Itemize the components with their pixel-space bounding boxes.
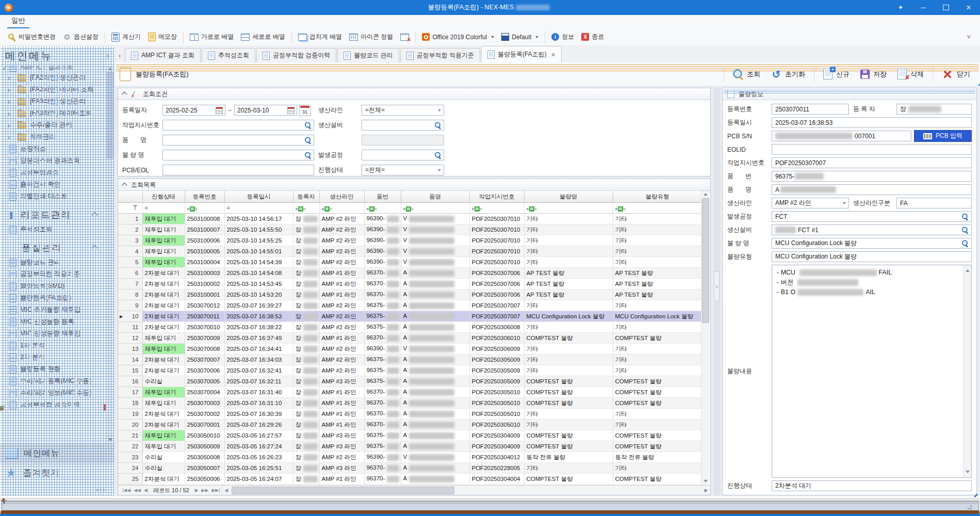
prod-line-select[interactable]: =전체= (362, 105, 444, 116)
grid-row[interactable]: 252차분석 대기25030500062025-03-05 16:24:07장A… (118, 474, 702, 485)
doc-tab[interactable]: 불량등록(FA조립)× (481, 46, 562, 62)
calendar-icon[interactable] (287, 107, 295, 114)
ribbon-arrv-button[interactable]: 세로로 배열 (237, 30, 288, 43)
grid-row[interactable]: 24수리실25030500072025-03-05 16:25:51장AMP #… (118, 463, 702, 474)
filter-cell[interactable]: aBc (524, 203, 613, 214)
filter-funnel-icon[interactable] (133, 205, 139, 211)
pcb-sn-input[interactable]: 007001 (772, 131, 911, 141)
column-header[interactable]: 등록자 (293, 191, 319, 203)
ribbon-gear-button[interactable]: 옵션설정 (59, 30, 102, 43)
grid-row[interactable]: 22재투입 대기25030500092025-03-05 16:27:24장AM… (118, 441, 702, 452)
column-header[interactable]: 진행상태 (142, 191, 185, 203)
grid-row[interactable]: 72차분석 대기25031000022025-03-10 14:53:45장AM… (118, 279, 702, 289)
defect-name-input[interactable]: MCU Configuration Lock 불량 (772, 238, 972, 249)
grid-row[interactable]: 18재투입 대기25030700032025-03-07 16:31:10장AM… (118, 398, 702, 409)
pin-icon[interactable]: ✦ (889, 0, 912, 15)
panel-splitter[interactable]: ‹ (714, 88, 720, 495)
ribbon-info-button[interactable]: 정보 (548, 30, 578, 43)
resize-grip[interactable] (966, 503, 972, 509)
ribbon-note-button[interactable]: 메모장 (144, 30, 181, 43)
filter-cell[interactable]: aBc (364, 203, 401, 214)
ribbon-closeall-button[interactable] (397, 31, 413, 43)
search-icon[interactable] (435, 122, 442, 128)
toolbar-overflow-button[interactable]: ˅ (961, 33, 976, 41)
ribbon-icons-button[interactable]: 아이콘 정렬 (346, 30, 397, 43)
ribbon-office-button[interactable]: Office 2019 Colorful (418, 31, 498, 43)
grid-row[interactable]: 4재투입 대기25031000052025-03-10 14:55:01장AMP… (118, 246, 702, 257)
textarea-scrollbar[interactable] (963, 265, 971, 477)
fast-prev-button[interactable]: ◀◀ (132, 488, 142, 493)
pcb-input-button[interactable]: PCB 입력 (914, 130, 972, 142)
grid-row[interactable]: 23수리실25030500082025-03-05 16:26:23장AMP #… (118, 452, 702, 463)
sidebar-main-menu-button[interactable]: 메인메뉴 (0, 444, 115, 463)
minimize-button[interactable]: ─ (912, 0, 935, 15)
doc-tab[interactable]: AMP ICT 결과 조회 (125, 48, 201, 62)
last-page-button[interactable]: ▶▶| (210, 488, 221, 493)
item-name-input[interactable] (162, 135, 314, 146)
column-header[interactable]: 생산라인 (319, 191, 364, 203)
grid-row[interactable]: 21재투입 대기25030500102025-03-05 16:27:57장AM… (118, 430, 702, 441)
column-header[interactable]: 불량유형 (613, 191, 702, 203)
work-order-input[interactable] (162, 120, 314, 131)
search-icon[interactable] (962, 240, 969, 247)
grid-row[interactable]: 112차분석 대기25030700102025-03-07 16:38:22장A… (118, 322, 702, 333)
grid-row[interactable]: 5재투입 대기25031000042025-03-10 14:54:39장AMP… (118, 257, 702, 268)
grid-row[interactable]: 13재투입 대기25030700082025-03-07 16:34:41장AM… (118, 344, 702, 354)
grid-row[interactable]: 10▶2차분석 대기25030700112025-03-07 16:38:53장… (118, 311, 702, 322)
grid-row[interactable]: 92차분석 대기25030700122025-03-07 16:39:27장AM… (118, 300, 702, 311)
filter-cell[interactable]: aBc (319, 203, 364, 214)
filter-cell[interactable]: aBc (185, 203, 224, 214)
filter-cell[interactable]: = (224, 203, 293, 214)
column-header[interactable]: 등록일시 (224, 191, 293, 203)
grid-row[interactable]: 1재투입 대기25031000082025-03-10 14:56:17장AMP… (118, 214, 702, 224)
column-header[interactable]: 불량명 (524, 191, 613, 203)
grid-row[interactable]: 142차분석 대기25030700072025-03-07 16:34:03장A… (118, 354, 702, 365)
scroll-left-icon[interactable]: ◀ (222, 488, 231, 493)
ribbon-arrh-button[interactable]: 가로로 배열 (186, 30, 237, 43)
grid-row[interactable]: 16수리실25030700052025-03-07 16:32:11장AMP #… (118, 376, 702, 387)
search-icon[interactable] (435, 152, 442, 158)
equipment-input[interactable]: FCT #1 (772, 224, 972, 235)
ribbon-cascade-button[interactable]: 겹치게 배열 (295, 30, 346, 43)
grid-row[interactable]: 12재투입 대기25030700092025-03-07 16:37:49장AM… (118, 333, 702, 344)
maximize-button[interactable] (935, 0, 957, 15)
scrollbar-thumb[interactable] (232, 487, 454, 494)
ribbon-calc-button[interactable]: 계산기 (108, 30, 144, 44)
scrollbar-thumb[interactable] (702, 198, 709, 323)
scroll-up-icon[interactable] (966, 269, 970, 272)
ribbon-exit-button[interactable]: 종료 (578, 30, 608, 43)
grid-vertical-scrollbar[interactable] (701, 191, 710, 485)
grid-row[interactable]: 152차분석 대기25030700062025-03-07 16:32:41장A… (118, 365, 702, 376)
scroll-down-icon[interactable] (704, 480, 708, 482)
grid-row[interactable]: 82차분석 대기25031000012025-03-10 14:53:20장AM… (118, 289, 702, 300)
filter-cell[interactable]: aBc (613, 203, 702, 214)
progress-select[interactable]: =전체= (362, 165, 444, 175)
tab-scroll-left-icon[interactable]: ‹ (115, 48, 125, 62)
search-icon[interactable] (305, 122, 312, 128)
grid-horizontal-scrollbar[interactable]: ◀ ▶ (222, 486, 710, 495)
first-page-button[interactable]: |◀◀ (121, 488, 132, 493)
prod-line-select[interactable]: AMP #2 라인 (772, 198, 849, 208)
scroll-up-icon[interactable] (704, 193, 708, 196)
close-window-button[interactable]: × (957, 0, 980, 15)
occur-process-input[interactable] (362, 150, 444, 160)
pcb-eol-input[interactable] (162, 165, 314, 175)
splitter-collapse-icon[interactable]: ‹ (714, 271, 720, 301)
next-page-button[interactable]: ▶ (193, 488, 200, 493)
filter-cell[interactable]: aBc (401, 203, 469, 214)
eolid-input[interactable] (772, 144, 972, 155)
doc-tab[interactable]: 공정부적합 검증이력 (256, 48, 336, 62)
grid-row[interactable]: 202차분석 대기25030700012025-03-07 16:29:26장A… (118, 420, 702, 430)
grid-row[interactable]: 62차분석 대기25031000032025-03-10 14:54:08장AM… (118, 268, 702, 279)
defect-name-input[interactable] (162, 150, 314, 160)
grid-row[interactable]: 3재투입 대기25031000062025-03-10 14:55:25장AMP… (118, 235, 702, 246)
grid-row[interactable]: 2재투입 대기25031000072025-03-10 14:55:50장AMP… (118, 224, 702, 235)
doc-tab[interactable]: 공정부적합 적용기준 (400, 48, 480, 62)
prod-equip-input[interactable] (362, 120, 444, 131)
scroll-right-icon[interactable]: ▶ (702, 488, 710, 493)
occur-process-input[interactable]: FCT (772, 211, 972, 222)
doc-tab[interactable]: 추적성조회 (202, 48, 255, 62)
doc-tab[interactable]: 불량코드 관리 (337, 48, 399, 62)
search-icon[interactable] (305, 152, 312, 158)
search-icon[interactable] (305, 137, 312, 143)
